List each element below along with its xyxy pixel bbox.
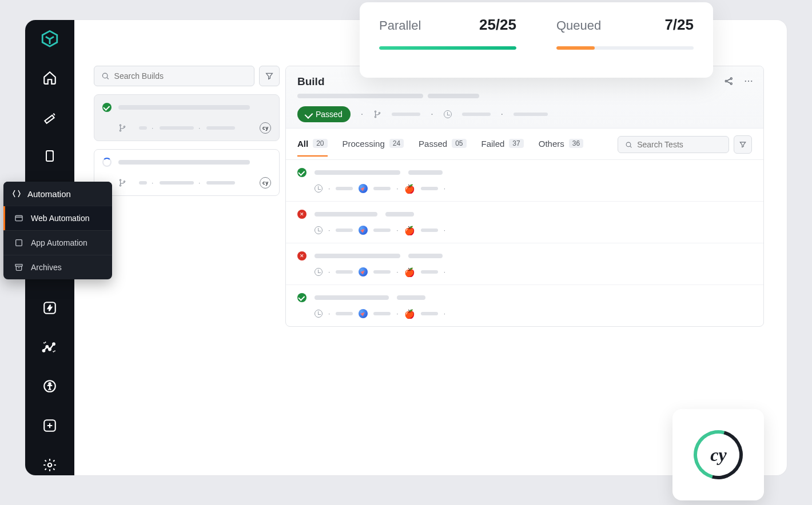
skeleton-line (118, 105, 250, 110)
tab-count: 36 (569, 139, 583, 148)
search-icon (625, 141, 632, 149)
settings-icon[interactable] (38, 454, 61, 475)
svg-point-11 (120, 130, 121, 131)
svg-point-18 (730, 83, 732, 85)
svg-rect-28 (15, 264, 22, 266)
test-list: · · 🍎 · · (286, 160, 763, 326)
status-fail-icon (297, 210, 307, 219)
svg-point-16 (725, 81, 727, 82)
build-card[interactable]: cy (94, 94, 280, 141)
cypress-badge: cy (260, 122, 271, 134)
tab-failed[interactable]: Failed 37 (481, 139, 524, 157)
tabs: All 20 Processing 24 Passed 05 Failed 37… (286, 129, 763, 160)
submenu-title: Automation (27, 189, 71, 199)
check-icon (305, 110, 313, 119)
svg-point-4 (49, 348, 51, 350)
svg-point-14 (120, 185, 121, 186)
builds-column: cy cy (94, 66, 280, 196)
safari-icon (359, 226, 368, 235)
cypress-logo: cy (684, 421, 751, 488)
app-icon (14, 238, 24, 248)
svg-point-22 (375, 111, 376, 112)
svg-point-19 (745, 81, 746, 82)
tab-count: 20 (313, 139, 327, 148)
svg-point-21 (751, 81, 752, 82)
tab-label: Others (539, 139, 564, 149)
apple-icon: 🍎 (404, 185, 415, 193)
tab-label: Passed (419, 139, 447, 149)
svg-point-23 (375, 117, 376, 118)
stat-value: 25/25 (479, 16, 516, 34)
svg-point-20 (748, 81, 749, 82)
test-row[interactable]: · · 🍎 · (286, 160, 763, 202)
bolt-icon[interactable] (38, 298, 61, 319)
tab-passed[interactable]: Passed 05 (419, 139, 466, 157)
stat-label: Parallel (379, 18, 421, 33)
apple-icon: 🍎 (404, 268, 415, 276)
safari-icon (359, 309, 368, 318)
stat-parallel: Parallel 25/25 (379, 16, 516, 66)
search-builds-input[interactable] (94, 66, 254, 86)
status-pass-icon (102, 103, 112, 112)
filter-icon (265, 71, 274, 81)
status-fail-icon (297, 251, 307, 260)
tab-count: 24 (389, 139, 404, 148)
home-icon[interactable] (38, 67, 61, 89)
stat-label: Queued (556, 18, 601, 33)
status-pass-icon (297, 293, 307, 302)
filter-tests-button[interactable] (734, 135, 752, 154)
stat-bar (379, 46, 516, 50)
svg-point-13 (120, 179, 121, 181)
stats-card: Parallel 25/25 Queued 7/25 (360, 2, 713, 78)
tab-others[interactable]: Others 36 (539, 139, 583, 157)
submenu-web-automation[interactable]: Web Automation (3, 206, 112, 230)
clock-icon (315, 310, 323, 318)
tab-all[interactable]: All 20 (297, 139, 328, 157)
telescope-icon[interactable] (38, 106, 61, 127)
archive-icon (14, 262, 24, 272)
svg-rect-26 (15, 215, 22, 221)
search-icon (101, 71, 110, 81)
test-row[interactable]: · · 🍎 · (286, 285, 763, 326)
more-button[interactable] (743, 75, 754, 87)
browser-icon (14, 213, 24, 223)
svg-rect-0 (46, 151, 53, 161)
svg-point-25 (626, 142, 631, 147)
accessibility-icon[interactable] (38, 376, 61, 397)
tab-count: 37 (509, 139, 523, 148)
test-row[interactable]: · · 🍎 · (286, 243, 763, 285)
svg-rect-27 (16, 240, 22, 246)
safari-icon (359, 267, 368, 276)
filter-icon (739, 141, 747, 149)
cypress-card: cy (672, 409, 764, 500)
svg-point-2 (43, 350, 45, 352)
tab-label: Processing (343, 139, 385, 149)
clock-icon (444, 110, 452, 118)
share-button[interactable] (723, 75, 735, 87)
add-icon[interactable] (38, 415, 61, 436)
stat-bar (556, 46, 694, 50)
test-row[interactable]: · · 🍎 · (286, 202, 763, 243)
device-icon[interactable] (38, 146, 61, 167)
build-card[interactable]: cy (94, 149, 280, 196)
filter-builds-button[interactable] (259, 66, 280, 86)
automation-submenu: Automation Web Automation App Automation… (3, 182, 112, 279)
svg-point-3 (46, 346, 49, 348)
svg-point-8 (48, 463, 52, 467)
build-detail-panel: Build Passed · (285, 66, 764, 327)
search-tests-input[interactable] (618, 136, 729, 153)
clock-icon (315, 185, 323, 193)
branch-icon (373, 110, 381, 118)
submenu-archives[interactable]: Archives (3, 255, 112, 279)
automation-icon (11, 189, 22, 199)
logo (38, 28, 61, 49)
svg-point-6 (49, 383, 50, 384)
status-pill: Passed (297, 106, 351, 122)
submenu-app-automation[interactable]: App Automation (3, 230, 112, 255)
tab-processing[interactable]: Processing 24 (343, 139, 404, 157)
analytics-icon[interactable] (38, 336, 61, 358)
cypress-badge: cy (260, 177, 271, 189)
submenu-item-label: App Automation (31, 238, 87, 247)
svg-point-10 (120, 125, 121, 126)
svg-point-12 (124, 126, 125, 127)
